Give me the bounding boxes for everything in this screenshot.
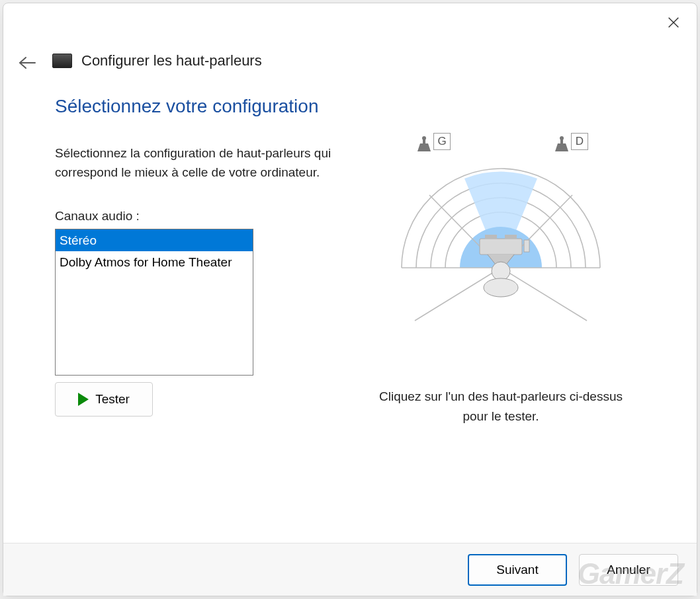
section-heading: Sélectionnez votre configuration (55, 96, 343, 117)
svg-rect-20 (505, 235, 517, 239)
svg-line-13 (501, 268, 587, 321)
svg-point-5 (560, 136, 564, 140)
close-icon[interactable] (666, 15, 682, 31)
speaker-right-label: D (571, 133, 588, 150)
svg-rect-18 (480, 239, 522, 255)
svg-point-22 (492, 262, 510, 280)
dialog-header: Configurer les haut-parleurs (3, 3, 697, 69)
svg-marker-0 (417, 143, 431, 151)
play-icon (78, 393, 89, 406)
speaker-setup-dialog: Configurer les haut-parleurs Sélectionne… (3, 3, 697, 596)
test-button-label: Tester (95, 392, 130, 407)
left-column: Sélectionnez votre configuration Sélecti… (55, 96, 343, 543)
right-column: G D (357, 96, 645, 543)
channels-label: Canaux audio : (55, 209, 343, 223)
svg-rect-19 (485, 235, 497, 239)
channels-listbox[interactable]: Stéréo Dolby Atmos for Home Theater (55, 229, 253, 376)
diagram-hint: Cliquez sur l'un des haut-parleurs ci-de… (369, 387, 633, 427)
dialog-footer: Suivant Annuler GamerZ (3, 543, 697, 596)
svg-point-23 (484, 278, 518, 297)
section-description: Sélectionnez la configuration de haut-pa… (55, 143, 343, 182)
back-icon[interactable] (18, 56, 38, 76)
cancel-button[interactable]: Annuler (579, 554, 678, 586)
channel-option-stereo[interactable]: Stéréo (56, 229, 253, 251)
svg-rect-21 (524, 240, 529, 252)
soundwave-icon (388, 155, 613, 340)
monitor-icon (52, 54, 72, 68)
dialog-content: Sélectionnez votre configuration Sélecti… (3, 69, 697, 543)
test-button[interactable]: Tester (55, 382, 153, 417)
svg-point-2 (422, 136, 426, 140)
channel-option-dolby[interactable]: Dolby Atmos for Home Theater (56, 251, 253, 273)
next-button[interactable]: Suivant (468, 554, 567, 586)
dialog-title: Configurer les haut-parleurs (81, 52, 262, 69)
speaker-left-label: G (433, 133, 451, 150)
speaker-diagram: G D (388, 136, 613, 347)
svg-marker-3 (555, 143, 568, 151)
svg-line-12 (415, 268, 501, 321)
